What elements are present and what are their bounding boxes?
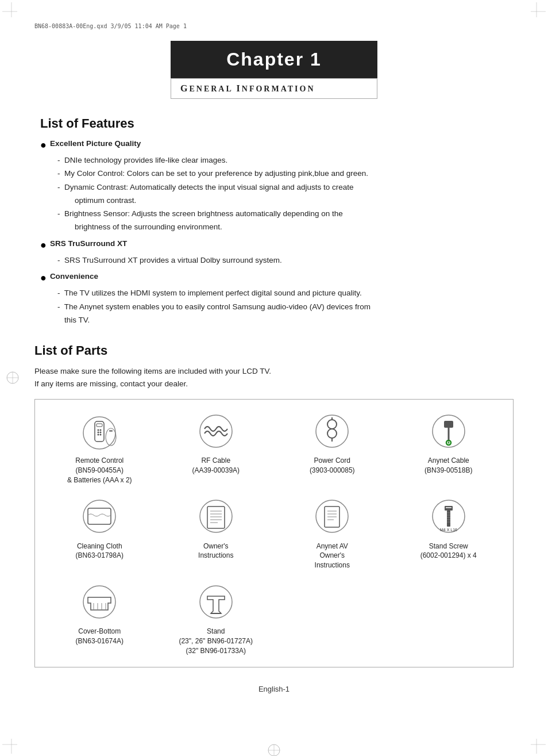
remote-control-icon xyxy=(76,411,122,451)
chapter-title-box: Chapter 1 xyxy=(171,41,377,78)
part-cleaning-label: Cleaning Cloth(BN63-01798A) xyxy=(76,542,124,561)
part-power-label: Power Cord(3903-000085) xyxy=(310,456,355,475)
feature-label-1: Excellent Picture Quality xyxy=(50,138,141,149)
cap-i: I xyxy=(237,83,242,93)
bullet-dot-1: ● xyxy=(40,138,47,152)
parts-intro: Please make sure the following items are… xyxy=(34,365,514,390)
parts-box: Remote Control(BN59-00455A)& Batteries (… xyxy=(34,399,514,667)
svg-rect-2 xyxy=(97,424,102,427)
svg-rect-25 xyxy=(207,506,225,528)
svg-rect-38 xyxy=(445,506,453,511)
part-rf-cable: RF Cable(AA39-00039A) xyxy=(161,411,272,485)
part-anynet-manual-label: Anynet AVOwner'sInstructions xyxy=(315,542,350,570)
stand-icon xyxy=(193,582,239,622)
part-anynet-label: Anynet Cable(BN39-00518B) xyxy=(424,456,472,475)
feature-label-3: Convenience xyxy=(50,271,98,282)
feature-item-3: ● Convenience xyxy=(40,271,514,285)
svg-rect-1 xyxy=(95,421,104,442)
footer-text: English-1 xyxy=(258,685,290,693)
cleaning-cloth-icon xyxy=(76,497,122,537)
part-power-cord: Power Cord(3903-000085) xyxy=(277,411,388,485)
svg-point-62 xyxy=(268,745,280,756)
cover-bottom-icon xyxy=(76,582,122,622)
svg-point-65 xyxy=(7,372,18,383)
part-stand-label: Stand(23", 26" BN96-01727A)(32" BN96-017… xyxy=(179,627,253,655)
feature-sub-1-4: - Brightness Sensor: Adjusts the screen … xyxy=(57,208,514,220)
part-screw-label: Stand Screw(6002-001294) x 4 xyxy=(420,542,477,561)
part-cover-bottom: Cover-Bottom(BN63-01674A) xyxy=(44,582,155,655)
page: BN68-00883A-00Eng.qxd 3/9/05 11:04 AM Pa… xyxy=(0,0,548,756)
feature-sub-1-4b: brightness of the surrounding environmen… xyxy=(75,221,514,233)
chapter-title: Chapter 1 xyxy=(182,49,366,70)
svg-point-3 xyxy=(98,429,99,431)
part-owners-instructions: Owner'sInstructions xyxy=(161,497,272,570)
cap-g: G xyxy=(180,83,189,93)
svg-point-7 xyxy=(98,433,99,435)
parts-title: List of Parts xyxy=(34,343,514,358)
svg-point-11 xyxy=(200,415,232,447)
part-cleaning-cloth: Cleaning Cloth(BN63-01798A) xyxy=(44,497,155,570)
svg-rect-18 xyxy=(444,421,453,428)
feature-label-2: SRS TruSurround XT xyxy=(50,238,127,250)
owners-instructions-icon xyxy=(193,497,239,537)
page-footer: English-1 xyxy=(34,685,514,693)
part-rf-label: RF Cable(AA39-00039A) xyxy=(192,456,240,475)
part-anynet-manual: Anynet AVOwner'sInstructions xyxy=(277,497,388,570)
part-remote-control: Remote Control(BN59-00455A)& Batteries (… xyxy=(44,411,155,485)
chapter-subtitle: General Information xyxy=(180,85,315,93)
features-title: List of Features xyxy=(40,116,514,131)
feature-sub-3-2: - The Anynet system enables you to easil… xyxy=(57,301,514,313)
rf-cable-icon xyxy=(193,411,239,451)
svg-point-13 xyxy=(327,420,337,429)
svg-point-4 xyxy=(100,429,102,431)
feature-sub-3-2b: this TV. xyxy=(64,314,514,326)
feature-item-1: ● Excellent Picture Quality xyxy=(40,138,514,152)
svg-text:M4 X L16: M4 X L16 xyxy=(440,528,457,532)
feature-sub-1-3b: optimum contrast. xyxy=(75,195,514,206)
feature-sub-1-1: - DNIe technology provides life-like cle… xyxy=(57,155,514,166)
part-owners-label: Owner'sInstructions xyxy=(198,542,233,561)
part-remote-label: Remote Control(BN59-00455A)& Batteries (… xyxy=(67,456,132,485)
svg-point-8 xyxy=(100,433,102,435)
print-header: BN68-00883A-00Eng.qxd 3/9/05 11:04 AM Pa… xyxy=(34,23,514,29)
bullet-dot-3: ● xyxy=(40,271,47,285)
svg-point-14 xyxy=(327,429,337,438)
anynet-cable-icon xyxy=(426,411,472,451)
svg-point-21 xyxy=(447,442,449,443)
svg-rect-10 xyxy=(109,430,113,432)
anynet-manual-icon xyxy=(309,497,355,537)
parts-intro-line1: Please make sure the following items are… xyxy=(34,367,271,375)
stand-screw-icon: M4 X L16 xyxy=(426,497,472,537)
parts-intro-line2: If any items are missing, contact your d… xyxy=(34,379,188,388)
feature-sub-1-2: - My Color Control: Colors can be set to… xyxy=(57,168,514,179)
parts-section: List of Parts Please make sure the follo… xyxy=(34,343,514,667)
svg-point-5 xyxy=(98,431,99,433)
part-stand-screw: M4 X L16 Stand Screw(6002-001294) x 4 xyxy=(393,497,504,570)
part-cover-label: Cover-Bottom(BN63-01674A) xyxy=(76,627,124,646)
feature-sub-1-3: - Dynamic Contrast: Automatically detect… xyxy=(57,182,514,193)
svg-point-6 xyxy=(100,431,102,433)
feature-sub-3-1: - The TV utilizes the HDMI system to imp… xyxy=(57,287,514,299)
parts-grid: Remote Control(BN59-00455A)& Batteries (… xyxy=(44,411,504,655)
bullet-dot-2: ● xyxy=(40,238,47,252)
part-anynet-cable: Anynet Cable(BN39-00518B) xyxy=(393,411,504,485)
feature-item-2: ● SRS TruSurround XT xyxy=(40,238,514,252)
svg-point-24 xyxy=(200,500,232,532)
power-cord-icon xyxy=(309,411,355,451)
features-section: List of Features ● Excellent Picture Qua… xyxy=(40,116,514,326)
part-stand: Stand(23", 26" BN96-01727A)(32" BN96-017… xyxy=(161,582,272,655)
chapter-subtitle-box: General Information xyxy=(171,78,377,99)
feature-sub-2-1: - SRS TruSurround XT provides a virtual … xyxy=(57,255,514,266)
